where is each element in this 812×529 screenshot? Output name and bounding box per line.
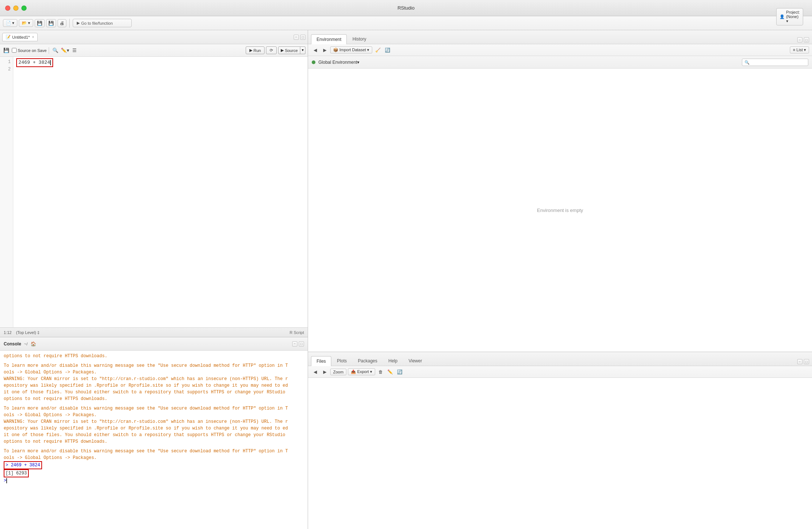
console-cursor — [6, 478, 7, 483]
code-area[interactable]: 2469 + 3824 — [13, 57, 308, 327]
console-section: Console ~/ 🏠 − □ options to not require … — [0, 337, 308, 529]
plots-back-icon[interactable]: ◀ — [311, 368, 319, 376]
export-icon: 📤 — [351, 369, 356, 374]
list-button[interactable]: ≡ List ▾ — [790, 46, 809, 53]
console-warning-5b: epository was likely specified in .Rprof… — [4, 425, 304, 432]
tab-environment[interactable]: Environment — [311, 34, 347, 44]
project-icon: 👤 — [780, 14, 785, 19]
script-type-label: R Script — [290, 330, 304, 335]
env-section: Environment History − □ ◀ ▶ 📦 Import Dat… — [308, 30, 812, 352]
files-maximize-button[interactable]: □ — [804, 359, 809, 364]
export-button-group: 📤 Export ▾ — [348, 368, 375, 375]
tab-viewer[interactable]: Viewer — [403, 356, 427, 366]
tab-packages[interactable]: Packages — [352, 356, 383, 366]
goto-icon: ▶ — [77, 21, 80, 25]
tab-history[interactable]: History — [347, 34, 372, 44]
line-number-1: 1 — [0, 58, 13, 66]
console-command-line: > > 2469 + 3824 2469 + 3824 — [4, 461, 304, 469]
open-file-button[interactable]: 📂 ▾ — [19, 19, 33, 27]
env-search-input[interactable] — [742, 59, 808, 66]
env-empty-message: Environment is empty — [308, 69, 812, 352]
export-label: Export ▾ — [357, 369, 372, 374]
new-file-button[interactable]: 📄 ▾ — [3, 19, 17, 27]
editor-maximize-button[interactable]: □ — [300, 35, 305, 40]
rerun-button[interactable]: ⟳ — [266, 46, 277, 54]
console-warning-2b: ools -> Global Options -> Packages. — [4, 369, 304, 376]
save-all-button[interactable]: 💾 — [46, 19, 56, 27]
env-clear-icon[interactable]: 🧹 — [374, 46, 382, 54]
plots-delete-icon[interactable]: 🗑 — [377, 368, 385, 376]
source-label: Source — [285, 48, 298, 53]
env-forward-icon[interactable]: ▶ — [321, 46, 329, 54]
console-warning-3b: epository was likely specified in .Rprof… — [4, 382, 304, 389]
run-button[interactable]: ▶ Run — [246, 46, 265, 54]
console-highlighted-result: [1] 6293 — [4, 469, 29, 477]
source-on-save-label: Source on Save — [18, 48, 46, 53]
zoom-label: Zoom — [333, 370, 343, 374]
code-line-1: 2469 + 3824 — [16, 58, 305, 67]
global-env-button[interactable]: Global Environment▾ — [318, 60, 359, 65]
source-on-save-checkbox[interactable]: Source on Save — [12, 48, 46, 53]
console-content[interactable]: options to not require HTTPS downloads. … — [0, 351, 308, 529]
new-dropdown-icon: ▾ — [12, 21, 14, 25]
export-button[interactable]: 📤 Export ▾ — [348, 368, 375, 375]
source-dropdown-button[interactable]: ▾ — [300, 46, 305, 54]
editor-tab-untitled1[interactable]: 📝 Untitled1* × — [2, 33, 38, 41]
plots-edit-icon[interactable]: ✏️ — [386, 368, 394, 376]
maximize-button[interactable] — [21, 6, 27, 11]
left-panel: 📝 Untitled1* × − □ 💾 Source on Save — [0, 30, 308, 529]
console-warning-3d: options to not require HTTPS downloads. — [4, 396, 304, 402]
env-tab-bar: Environment History − □ — [308, 30, 812, 44]
main-layout: 📝 Untitled1* × − □ 💾 Source on Save — [0, 30, 812, 529]
zoom-button[interactable]: Zoom — [330, 369, 346, 375]
files-minimize-button[interactable]: − — [797, 359, 802, 364]
console-header: Console ~/ 🏠 − □ — [0, 337, 308, 351]
list-label: ≡ List ▾ — [793, 48, 806, 52]
env-panel-controls: − □ — [797, 37, 809, 42]
console-warning-3c: it one of those files. You should either… — [4, 389, 304, 396]
env-back-icon[interactable]: ◀ — [311, 46, 319, 54]
console-warning-2: To learn more and/or disable this warnin… — [4, 362, 304, 369]
minimize-button[interactable] — [13, 6, 18, 11]
files-section: Files Plots Packages Help Viewer − □ ◀ ▶… — [308, 352, 812, 529]
close-button[interactable] — [5, 6, 10, 11]
editor-minimize-button[interactable]: − — [294, 35, 299, 40]
tab-close-button[interactable]: × — [32, 35, 34, 39]
source-icon: ▶ — [281, 48, 284, 53]
console-maximize-button[interactable]: □ — [299, 341, 304, 347]
tab-help[interactable]: Help — [383, 356, 403, 366]
right-panel: Environment History − □ ◀ ▶ 📦 Import Dat… — [308, 30, 812, 529]
search-toolbar-icon[interactable]: 🔍 — [51, 46, 59, 55]
tab-files[interactable]: Files — [311, 356, 331, 366]
files-panel-controls: − □ — [797, 359, 809, 364]
open-dropdown-icon: ▾ — [28, 21, 30, 25]
env-refresh-icon[interactable]: 🔄 — [383, 46, 391, 54]
console-prompt-line[interactable]: > — [4, 477, 304, 484]
console-warning-5a: WARNING: Your CRAN mirror is set to "htt… — [4, 418, 304, 425]
console-path-icon[interactable]: 🏠 — [31, 341, 36, 347]
source-on-save-input[interactable] — [12, 48, 17, 53]
save-icon: 💾 — [37, 21, 42, 26]
env-maximize-button[interactable]: □ — [804, 37, 809, 42]
files-toolbar: ◀ ▶ Zoom 📤 Export ▾ 🗑 ✏️ 🔄 — [308, 366, 812, 378]
plots-refresh-icon[interactable]: 🔄 — [396, 368, 404, 376]
source-button[interactable]: ▶ Source — [278, 46, 300, 54]
code-tools-icon[interactable]: ✏️▾ — [61, 46, 69, 55]
editor-panel-controls: − □ — [294, 35, 305, 40]
goto-file-button[interactable]: ▶ Go to file/function — [73, 19, 132, 27]
save-toolbar-icon[interactable]: 💾 — [2, 46, 10, 55]
run-label: Run — [253, 48, 261, 53]
import-dataset-button[interactable]: 📦 Import Dataset ▾ — [330, 46, 372, 53]
print-button[interactable]: 🖨 — [58, 19, 66, 27]
console-minimize-button[interactable]: − — [292, 341, 297, 347]
tab-plots[interactable]: Plots — [331, 356, 352, 366]
line-numbers: 1 2 — [0, 57, 13, 327]
save-button[interactable]: 💾 — [35, 19, 45, 27]
editor-content[interactable]: 1 2 2469 + 3824 — [0, 57, 308, 327]
chunk-icon[interactable]: ☰ — [70, 46, 79, 55]
save-all-icon: 💾 — [48, 21, 54, 26]
console-result-text: [1] 6293 — [6, 471, 27, 476]
console-highlighted-command: > > 2469 + 3824 2469 + 3824 — [4, 461, 42, 469]
plots-forward-icon[interactable]: ▶ — [321, 368, 329, 376]
env-minimize-button[interactable]: − — [797, 37, 802, 42]
